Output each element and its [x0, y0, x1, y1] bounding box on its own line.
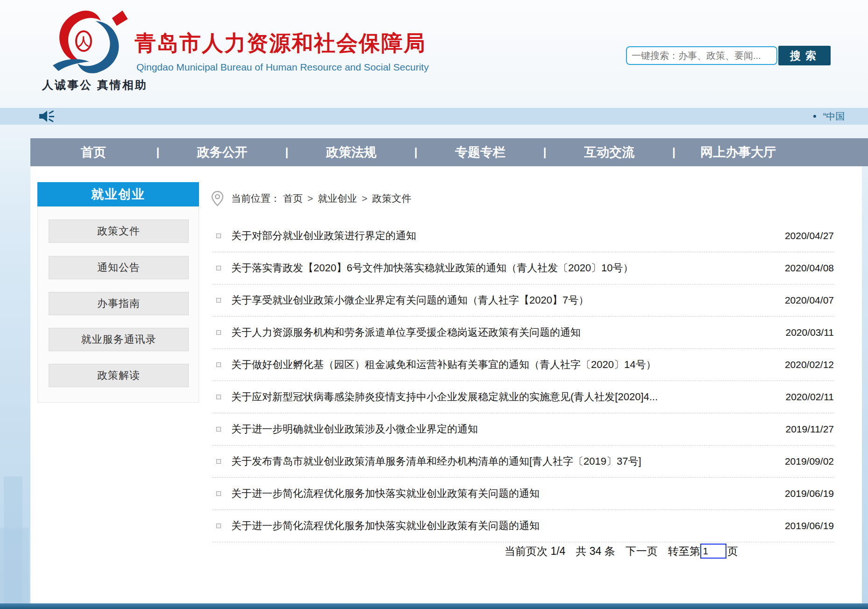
sidebar-item-policy-documents[interactable]: 政策文件 [49, 220, 189, 243]
list-item: 关于进一步明确就业创业政策涉及小微企业界定的通知 2019/11/27 [213, 413, 834, 446]
list-bullet-icon [216, 298, 221, 303]
list-item-date: 2019/09/02 [785, 456, 834, 467]
breadcrumb-link-employment[interactable]: 就业创业 [318, 192, 357, 205]
list-bullet-icon [216, 459, 221, 464]
list-bullet-icon [216, 395, 221, 399]
article-list: 关于对部分就业创业政策进行界定的通知 2020/04/27 关于落实青政发【20… [213, 220, 834, 542]
nav-item-policies[interactable]: 政策法规 [288, 144, 414, 161]
nav-separator: | [156, 146, 159, 159]
list-item-title[interactable]: 关于进一步简化流程优化服务加快落实就业创业政策有关问题的通知 [231, 487, 776, 501]
sidebar-panel: 政策文件 通知公告 办事指南 就业服务通讯录 政策解读 [37, 206, 199, 403]
pagination: 当前页次 1/4 共 34 条 下一页 转至第 页 [505, 544, 748, 559]
list-item-date: 2020/04/08 [785, 262, 834, 274]
page: 人 青岛市人力资源和社会保障局 Qingdao Municipal Bureau… [0, 0, 868, 609]
list-item-date: 2019/06/19 [785, 520, 834, 531]
list-item-date: 2020/02/12 [785, 359, 834, 370]
list-item-title[interactable]: 关于对部分就业创业政策进行界定的通知 [231, 229, 776, 243]
site-subtitle: Qingdao Municipal Bureau of Human Resour… [136, 62, 429, 73]
list-item-title[interactable]: 关于应对新型冠状病毒感染肺炎疫情支持中小企业发展稳定就业的实施意见(青人社发[2… [231, 390, 776, 404]
ticker-headline-text: “中国 [823, 111, 845, 121]
nav-item-special-topics[interactable]: 专题专栏 [417, 144, 543, 161]
list-item-date: 2020/04/07 [785, 295, 834, 306]
list-item-date: 2020/04/27 [785, 230, 834, 241]
main-panel: 就业创业 政策文件 通知公告 办事指南 就业服务通讯录 政策解读 当前位置： 首… [30, 166, 862, 604]
background-building-silhouette [0, 528, 29, 603]
list-item-date: 2019/06/19 [785, 488, 834, 499]
list-item: 关于应对新型冠状病毒感染肺炎疫情支持中小企业发展稳定就业的实施意见(青人社发[2… [213, 381, 834, 413]
list-item: 关于人力资源服务机构和劳务派遣单位享受援企稳岗返还政策有关问题的通知 2020/… [213, 317, 834, 349]
list-item: 关于对部分就业创业政策进行界定的通知 2020/04/27 [213, 220, 834, 252]
main-nav: 首页 | 政务公开 | 政策法规 | 专题专栏 | 互动交流 | 网上办事大厅 [30, 138, 868, 166]
list-bullet-icon [216, 524, 221, 528]
pagination-goto-suffix: 页 [727, 544, 738, 559]
list-bullet-icon [216, 266, 221, 270]
breadcrumb-label: 当前位置： [231, 192, 280, 205]
list-bullet-icon [216, 234, 221, 238]
list-item: 关于进一步简化流程优化服务加快落实就业创业政策有关问题的通知 2019/06/1… [213, 478, 834, 510]
nav-item-home[interactable]: 首页 [30, 144, 156, 161]
list-item: 关于进一步简化流程优化服务加快落实就业创业政策有关问题的通知 2019/06/1… [213, 510, 834, 542]
sidebar-item-policy-interpretation[interactable]: 政策解读 [49, 364, 189, 387]
list-item-date: 2020/03/11 [785, 327, 834, 338]
nav-item-interaction[interactable]: 互动交流 [547, 144, 672, 161]
list-bullet-icon [216, 362, 221, 367]
breadcrumb-link-home[interactable]: 首页 [283, 192, 303, 205]
list-item: 关于享受就业创业政策小微企业界定有关问题的通知（青人社字【2020】7号） 20… [213, 284, 834, 317]
breadcrumb: 当前位置： 首页 > 就业创业 > 政策文件 [211, 191, 412, 206]
site-title: 青岛市人力资源和社会保障局 [135, 29, 426, 58]
list-item: 关于发布青岛市就业创业政策清单服务清单和经办机构清单的通知[青人社字〔2019〕… [213, 446, 834, 478]
list-item-date: 2019/11/27 [785, 424, 834, 435]
sidebar-item-employment-directory[interactable]: 就业服务通讯录 [49, 328, 189, 351]
list-bullet-icon [216, 427, 221, 432]
sidebar-header-employment[interactable]: 就业创业 [37, 182, 199, 206]
location-pin-icon [211, 191, 224, 206]
list-item-title[interactable]: 关于进一步明确就业创业政策涉及小微企业界定的通知 [231, 422, 776, 436]
list-bullet-icon [216, 491, 221, 496]
list-item-title[interactable]: 关于做好创业孵化基（园区）租金减免和运营补贴有关事宜的通知（青人社字〔2020〕… [231, 358, 776, 372]
list-item: 关于落实青政发【2020】6号文件加快落实稳就业政策的通知（青人社发〔2020〕… [213, 252, 834, 284]
site-logo-icon: 人 [44, 7, 133, 78]
list-item-title[interactable]: 关于发布青岛市就业创业政策清单服务清单和经办机构清单的通知[青人社字〔2019〕… [231, 454, 776, 468]
pagination-goto-input[interactable] [700, 544, 726, 559]
list-item-title[interactable]: 关于人力资源服务机构和劳务派遣单位享受援企稳岗返还政策有关问题的通知 [231, 326, 776, 340]
announcement-bar: •“中国 [0, 108, 868, 125]
nav-separator: | [672, 146, 676, 159]
pagination-goto-label: 转至第 [668, 544, 700, 559]
breadcrumb-link-policy-documents[interactable]: 政策文件 [372, 192, 412, 205]
breadcrumb-separator: > [362, 193, 367, 204]
nav-separator: | [414, 146, 418, 159]
nav-separator: | [543, 146, 547, 159]
list-item: 关于做好创业孵化基（园区）租金减免和运营补贴有关事宜的通知（青人社字〔2020〕… [213, 349, 834, 381]
breadcrumb-separator: > [307, 193, 313, 204]
pagination-current: 当前页次 1/4 [505, 544, 565, 559]
speaker-icon[interactable] [39, 110, 55, 122]
ticker-bullet-icon: • [813, 110, 817, 122]
sidebar-item-notices[interactable]: 通知公告 [49, 256, 189, 279]
list-item-title[interactable]: 关于享受就业创业政策小微企业界定有关问题的通知（青人社字【2020】7号） [231, 293, 776, 307]
search-button[interactable]: 搜索 [778, 46, 831, 65]
svg-text:人: 人 [78, 35, 90, 48]
pagination-total: 共 34 条 [576, 544, 615, 559]
list-item-date: 2020/02/11 [785, 391, 834, 403]
nav-item-online-service-hall[interactable]: 网上办事大厅 [676, 144, 801, 161]
search-input[interactable] [626, 46, 777, 65]
list-bullet-icon [216, 330, 221, 335]
pagination-next-button[interactable]: 下一页 [626, 544, 658, 559]
list-item-title[interactable]: 关于落实青政发【2020】6号文件加快落实稳就业政策的通知（青人社发〔2020〕… [231, 261, 776, 275]
nav-item-gov-affairs[interactable]: 政务公开 [159, 144, 285, 161]
nav-separator: | [285, 146, 289, 159]
sidebar-item-service-guide[interactable]: 办事指南 [49, 292, 189, 315]
ticker-headline-link[interactable]: •“中国 [813, 108, 868, 125]
footer-strip [0, 603, 868, 609]
list-item-title[interactable]: 关于进一步简化流程优化服务加快落实就业创业政策有关问题的通知 [231, 519, 776, 533]
site-slogan: 人诚事公 真情相助 [42, 78, 148, 92]
